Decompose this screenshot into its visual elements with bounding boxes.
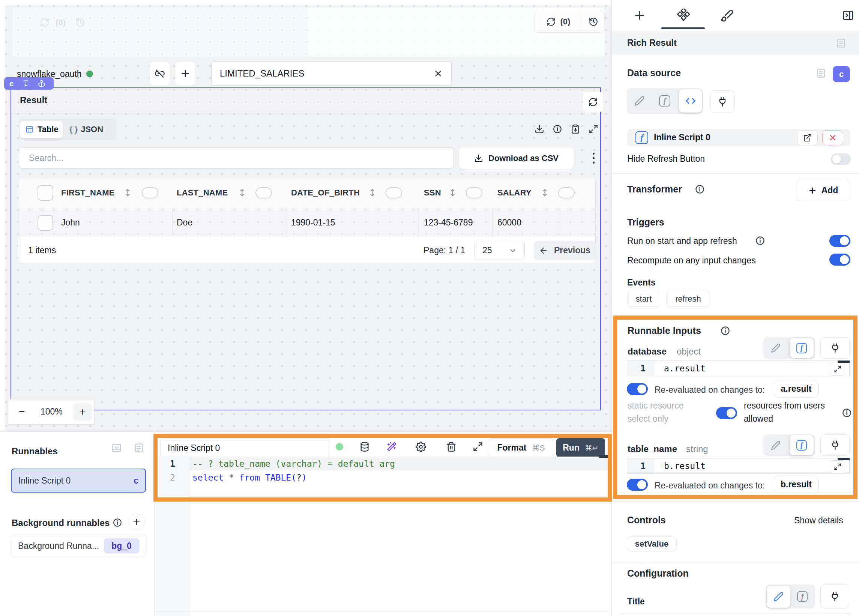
recompute-toggle[interactable] xyxy=(829,253,850,266)
sort-icon[interactable] xyxy=(237,188,247,198)
tab-json[interactable]: { } JSON xyxy=(62,125,110,134)
zoom-in-button[interactable]: + xyxy=(73,403,92,421)
component-selection-badge[interactable]: c xyxy=(4,77,54,90)
column-header[interactable]: SALARY xyxy=(497,188,531,198)
expand-icon[interactable] xyxy=(589,124,598,134)
mode-template[interactable]: f xyxy=(652,95,677,106)
add-button[interactable] xyxy=(176,62,195,85)
column-toggle-pill[interactable] xyxy=(142,187,158,199)
clipboard-copy-icon[interactable] xyxy=(570,124,580,134)
mode-static[interactable] xyxy=(763,441,788,450)
settings-tab-icon[interactable] xyxy=(676,9,690,22)
result-refresh-button[interactable] xyxy=(583,92,603,112)
connect-input-button[interactable] xyxy=(710,91,735,113)
column-toggle-pill[interactable] xyxy=(386,187,402,199)
expr-editor-table-name[interactable]: 1 b.result xyxy=(627,458,850,474)
runnable-item-selected[interactable]: Inline Script 0 c xyxy=(11,469,146,492)
line-number: 1 xyxy=(640,461,645,471)
maximize-icon[interactable] xyxy=(473,442,483,452)
download-icon[interactable] xyxy=(534,124,544,134)
app-canvas[interactable]: (0) (0) snowflake_oauth LIMITED_SAL xyxy=(5,5,611,432)
kebab-menu[interactable] xyxy=(592,149,595,167)
tab-table[interactable]: Table xyxy=(20,121,62,138)
reeval-label: Re-evaluated on changes to: xyxy=(654,385,765,395)
sort-icon[interactable] xyxy=(540,188,550,198)
select-all-checkbox[interactable] xyxy=(37,185,53,201)
add-background-runnable-button[interactable] xyxy=(128,514,145,530)
runnable-item-background[interactable]: Background Runna... bg_0 xyxy=(11,535,146,557)
page-indicator: Page: 1 / 1 xyxy=(423,245,465,255)
doc-icon[interactable] xyxy=(816,68,826,78)
data-source-title: Data source xyxy=(627,67,681,78)
run-on-start-toggle[interactable] xyxy=(829,235,850,247)
magic-wand-icon[interactable] xyxy=(386,442,397,452)
column-header[interactable]: FIRST_NAME xyxy=(61,188,115,198)
doc-icon[interactable] xyxy=(836,38,846,48)
code-line-2[interactable]: select * from TABLE(?) xyxy=(192,473,307,482)
mode-template-active[interactable]: f xyxy=(790,338,814,358)
collapse-panel-icon[interactable] xyxy=(842,9,854,21)
resources-from-users-toggle[interactable] xyxy=(716,407,737,419)
insert-component-tab-icon[interactable] xyxy=(633,9,646,22)
download-csv-button[interactable]: Download as CSV xyxy=(459,147,573,169)
column-header[interactable]: DATE_OF_BIRTH xyxy=(291,188,360,198)
delete-script-button[interactable] xyxy=(822,130,843,145)
sort-icon[interactable] xyxy=(367,188,377,198)
doc-icon[interactable] xyxy=(134,443,144,453)
column-header[interactable]: LAST_NAME xyxy=(176,188,228,198)
table-row[interactable]: John Doe 1990-01-15 123-45-6789 60000 xyxy=(19,208,595,237)
expand-expr-button[interactable] xyxy=(831,363,844,375)
mode-expression-active[interactable] xyxy=(679,89,702,113)
history-button[interactable] xyxy=(582,11,604,32)
connect-input-button[interactable] xyxy=(820,585,849,608)
run-button[interactable]: Run ⌘↵ xyxy=(556,438,605,457)
settings-gear-icon[interactable] xyxy=(415,442,426,452)
column-toggle-pill[interactable] xyxy=(466,187,483,199)
sort-icon[interactable] xyxy=(448,188,458,198)
refresh-count-button[interactable]: (0) xyxy=(534,11,582,32)
triggers-title: Triggers xyxy=(627,217,664,228)
column-header[interactable]: SSN xyxy=(424,188,441,198)
column-toggle-pill[interactable] xyxy=(558,187,575,199)
format-button[interactable]: Format ⌘S xyxy=(489,438,553,457)
anchor-icon[interactable] xyxy=(38,80,45,88)
previous-page-button[interactable]: Previous xyxy=(534,241,596,260)
move-down-icon[interactable] xyxy=(22,80,30,88)
theme-tab-icon[interactable] xyxy=(720,9,734,22)
column-toggle-pill[interactable] xyxy=(255,187,272,199)
trash-icon[interactable] xyxy=(446,442,456,452)
mode-static[interactable] xyxy=(763,343,788,353)
title-input-partial[interactable] xyxy=(621,613,850,616)
expand-expr-button[interactable] xyxy=(831,460,844,473)
inbox-icon[interactable] xyxy=(111,443,122,453)
page-size-select[interactable]: 25 xyxy=(475,241,525,260)
expr-editor-database[interactable]: 1 a.result xyxy=(627,361,850,376)
row-checkbox[interactable] xyxy=(37,215,53,231)
table-name-input[interactable]: LIMITED_SALARIES xyxy=(211,61,451,86)
code-line-1[interactable]: -- ? table_name (varchar) = default arg xyxy=(192,459,395,469)
open-script-button[interactable] xyxy=(797,130,818,145)
reeval-toggle-table-name[interactable] xyxy=(627,479,648,491)
hide-refresh-toggle[interactable] xyxy=(831,153,851,165)
mode-static[interactable] xyxy=(627,96,652,106)
rich-result-component[interactable]: Result Table { } JSON xyxy=(11,88,601,410)
reeval-toggle-database[interactable] xyxy=(627,383,648,395)
add-transformer-button[interactable]: Add xyxy=(796,180,850,201)
mode-template[interactable]: f xyxy=(790,591,814,602)
script-name-input[interactable]: Inline Script 0 xyxy=(161,439,330,457)
clear-input-icon[interactable] xyxy=(433,69,443,78)
show-details-link[interactable]: Show details xyxy=(794,516,843,525)
unlink-button[interactable] xyxy=(150,62,170,85)
connect-input-button[interactable] xyxy=(820,337,850,359)
zoom-out-button[interactable]: − xyxy=(19,405,25,417)
inline-script-row[interactable]: f Inline Script 0 xyxy=(627,129,850,146)
plug-icon xyxy=(830,592,840,602)
info-icon[interactable] xyxy=(553,124,562,134)
sort-icon[interactable] xyxy=(123,188,133,198)
connect-input-button[interactable] xyxy=(820,435,850,456)
database-icon[interactable] xyxy=(359,442,370,452)
mode-template-active[interactable]: f xyxy=(790,435,814,455)
table-search-input[interactable]: Search... xyxy=(19,147,454,169)
setvalue-chip[interactable]: setValue xyxy=(627,536,677,552)
mode-static-active[interactable] xyxy=(767,586,790,608)
